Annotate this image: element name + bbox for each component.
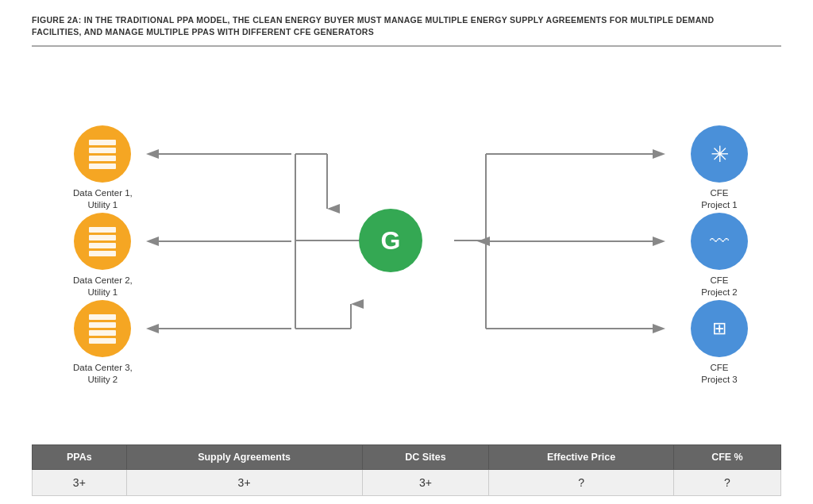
dc3-icon-circle <box>74 300 131 357</box>
td-supply: 3+ <box>126 470 362 496</box>
td-cfe-pct: ? <box>673 470 780 496</box>
cfe3-icon-circle: ⊞ <box>691 300 748 357</box>
server-icon-3 <box>89 314 116 344</box>
diagram-inner: Data Center 1,Utility 1 Data Center 2,Ut… <box>65 117 748 379</box>
diagram: Data Center 1,Utility 1 Data Center 2,Ut… <box>32 56 781 441</box>
page-container: FIGURE 2A: IN THE TRADITIONAL PPA MODEL,… <box>0 0 813 504</box>
cfe1-label: CFEProject 1 <box>701 187 737 211</box>
summary-table: PPAs Supply Agreements DC Sites Effectiv… <box>32 444 781 496</box>
cfe2-node: 〰 CFEProject 2 <box>691 213 748 298</box>
divider <box>32 45 781 47</box>
cfe2-icon-circle: 〰 <box>691 213 748 270</box>
cfe1-icon-circle: ✳ <box>691 125 748 183</box>
dc2-node: Data Center 2,Utility 1 <box>73 213 133 298</box>
dc3-label: Data Center 3,Utility 2 <box>73 362 133 386</box>
th-effective-price: Effective Price <box>489 445 674 470</box>
cfe3-label: CFEProject 3 <box>701 362 737 386</box>
google-g-letter: G <box>381 226 401 256</box>
dc3-node: Data Center 3,Utility 2 <box>73 300 133 386</box>
wave-icon: 〰 <box>710 230 729 252</box>
dc1-icon-circle <box>74 125 131 183</box>
solar-icon: ⊞ <box>712 318 726 339</box>
dc1-node: Data Center 1,Utility 1 <box>73 125 133 211</box>
td-effective-price: ? <box>489 470 674 496</box>
dc2-icon-circle <box>74 213 131 270</box>
cfe1-node: ✳ CFEProject 1 <box>691 125 748 211</box>
dc1-label: Data Center 1,Utility 1 <box>73 187 133 211</box>
td-ppas: 3+ <box>33 470 127 496</box>
google-center-node: G <box>359 209 422 272</box>
th-ppas: PPAs <box>33 445 127 470</box>
th-cfe-pct: CFE % <box>673 445 780 470</box>
google-icon-circle: G <box>359 209 422 272</box>
th-supply: Supply Agreements <box>126 445 362 470</box>
fan-icon: ✳ <box>711 141 729 167</box>
cfe2-label: CFEProject 2 <box>701 275 737 298</box>
server-icon-1 <box>89 140 116 169</box>
server-icon-2 <box>89 227 116 256</box>
dc2-label: Data Center 2,Utility 1 <box>73 275 133 298</box>
td-dc-sites: 3+ <box>362 470 489 496</box>
cfe3-node: ⊞ CFEProject 3 <box>691 300 748 386</box>
th-dc-sites: DC Sites <box>362 445 489 470</box>
figure-title: FIGURE 2A: IN THE TRADITIONAL PPA MODEL,… <box>32 14 746 37</box>
